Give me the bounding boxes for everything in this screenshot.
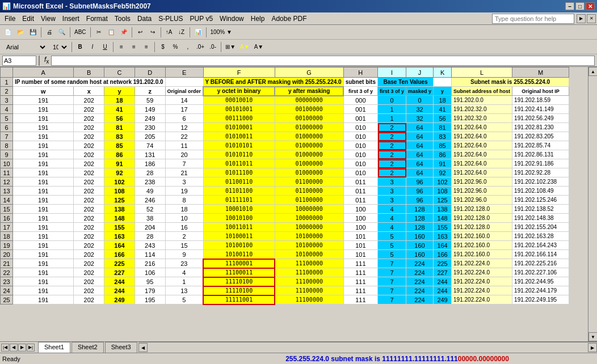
chart-btn[interactable]: 📊 <box>192 27 204 38</box>
cell-z: 204 <box>134 223 165 232</box>
menu-adobepdf[interactable]: Adobe PDF <box>268 14 310 24</box>
menu-splus[interactable]: S-PLUS <box>155 14 186 24</box>
sheet-tab-3[interactable]: Sheet3 <box>105 342 137 353</box>
col-header-c[interactable]: C <box>104 67 135 78</box>
help-close[interactable]: ✕ <box>587 14 596 23</box>
open-btn[interactable]: 📂 <box>15 27 26 38</box>
currency-btn[interactable]: $ <box>157 41 169 53</box>
paste-btn[interactable]: 📌 <box>118 27 129 38</box>
minimize-button[interactable]: – <box>565 2 574 10</box>
align-right[interactable]: ≡ <box>141 41 152 53</box>
cell-orig-host: 191.202.225.216 <box>512 259 569 268</box>
bold-btn[interactable]: B <box>74 41 86 53</box>
new-btn[interactable]: 📄 <box>2 27 14 38</box>
scroll-down-btn[interactable]: ▼ <box>588 332 597 341</box>
help-arrow[interactable]: ▶ <box>577 14 586 23</box>
col-header-g[interactable]: G <box>275 67 343 78</box>
formula-input[interactable] <box>51 56 595 66</box>
col-header-m[interactable]: M <box>512 67 569 78</box>
menu-insert[interactable]: Insert <box>59 14 83 24</box>
spell-btn[interactable]: ABC <box>73 27 88 38</box>
header-ybefore: Y BEFORE and AFTER masking with 255.255.… <box>203 78 343 87</box>
menu-file[interactable]: File <box>1 14 19 24</box>
cell-yval: 91 <box>434 159 452 168</box>
cell-x: 202 <box>74 259 104 268</box>
sheet-scroll-prev[interactable]: ◀ <box>10 344 18 352</box>
sheet-tab-2[interactable]: Sheet2 <box>72 342 104 353</box>
scroll-up-btn[interactable]: ▲ <box>588 67 597 76</box>
scrollbar-vertical[interactable]: ▲ ▼ <box>588 67 597 341</box>
save-btn[interactable]: 💾 <box>27 27 39 38</box>
undo-btn[interactable]: ↩ <box>134 27 146 38</box>
cell-binary: 10100011 <box>203 232 275 241</box>
cell-after: 00100000 <box>275 105 343 114</box>
cell-y: 155 <box>104 223 135 232</box>
status-ready: Ready <box>2 355 200 362</box>
dec-inc[interactable]: .0+ <box>195 41 206 53</box>
percent-btn[interactable]: % <box>170 41 181 53</box>
col-header-l[interactable]: L <box>452 67 512 78</box>
cell-subnet-bits: 000 <box>343 96 377 105</box>
menu-data[interactable]: Data <box>134 14 155 24</box>
sheet-scroll-next[interactable]: ▶ <box>18 344 26 352</box>
row-header: 5 <box>1 114 13 123</box>
comma-btn[interactable]: , <box>182 41 194 53</box>
font-color[interactable]: A▼ <box>253 41 266 53</box>
menu-edit[interactable]: Edit <box>19 14 37 24</box>
sheet-tab-1[interactable]: Sheet1 <box>38 342 70 353</box>
align-center[interactable]: ≡ <box>128 41 140 53</box>
borders-btn[interactable]: ⊞▼ <box>224 41 237 53</box>
table-row: 4191202411491700101001001000000011324119… <box>1 105 569 114</box>
underline-btn[interactable]: U <box>99 41 111 53</box>
fill-color[interactable]: A▼ <box>238 41 251 53</box>
preview-btn[interactable]: 🔍 <box>56 27 68 38</box>
col-header-a[interactable]: A <box>13 67 74 78</box>
col-header-k[interactable]: K <box>434 67 452 78</box>
cell-w: 191 <box>13 205 74 214</box>
sheet-scroll-last[interactable]: ▶| <box>27 344 35 352</box>
table-row: 1619120214838101001010010000000100412814… <box>1 214 569 223</box>
cell-first3y: 0 <box>378 96 406 105</box>
cell-binary: 11100011 <box>203 268 275 277</box>
col-header-e[interactable]: E <box>165 67 203 78</box>
menu-window[interactable]: Window <box>216 14 247 24</box>
dec-dec[interactable]: .0- <box>207 41 218 53</box>
cut-btn[interactable]: ✂ <box>93 27 104 38</box>
sort-desc-btn[interactable]: ↓Z <box>176 27 187 38</box>
name-box[interactable] <box>2 56 36 66</box>
menu-help[interactable]: Help <box>247 14 268 24</box>
menu-pupv5[interactable]: PUP v5 <box>187 14 216 24</box>
col-header-f[interactable]: F <box>203 67 275 78</box>
menu-format[interactable]: Format <box>83 14 111 24</box>
row-num-1: 1 <box>1 78 13 87</box>
cell-orig-host: 191.202.85.74 <box>512 141 569 150</box>
scroll-left-btn[interactable]: ◀ <box>138 343 148 352</box>
font-size[interactable]: 10 <box>49 42 69 52</box>
col-header-h[interactable]: H <box>343 67 377 78</box>
col-header-d[interactable]: D <box>134 67 165 78</box>
cell-z: 114 <box>134 250 165 259</box>
copy-btn[interactable]: 📋 <box>106 27 117 38</box>
question-input[interactable] <box>492 14 574 24</box>
font-selector[interactable]: Arial <box>2 42 48 52</box>
align-left[interactable]: ≡ <box>116 41 127 53</box>
print-btn[interactable]: 🖨 <box>44 27 55 38</box>
redo-btn[interactable]: ↪ <box>147 27 158 38</box>
scroll-right-btn[interactable]: ▶ <box>588 343 597 352</box>
row-header: 17 <box>1 223 13 232</box>
cell-x: 202 <box>74 214 104 223</box>
maximize-button[interactable]: □ <box>575 2 585 10</box>
cell-subnet-bits: 100 <box>343 223 377 232</box>
menu-view[interactable]: View <box>37 14 59 24</box>
header-k1 <box>434 78 452 87</box>
col-header-j[interactable]: J <box>406 67 434 78</box>
col-header-b[interactable]: B <box>74 67 104 78</box>
table-row: 2419120224417913111101001110000011172242… <box>1 286 569 295</box>
menu-tools[interactable]: Tools <box>111 14 134 24</box>
zoom-btn[interactable]: 100% ▼ <box>209 27 234 38</box>
italic-btn[interactable]: I <box>87 41 98 53</box>
col-header-i[interactable]: I <box>378 67 406 78</box>
sheet-scroll-first[interactable]: |◀ <box>1 344 9 352</box>
sort-asc-btn[interactable]: ↑A <box>163 27 175 38</box>
close-button[interactable]: ✕ <box>586 2 595 10</box>
